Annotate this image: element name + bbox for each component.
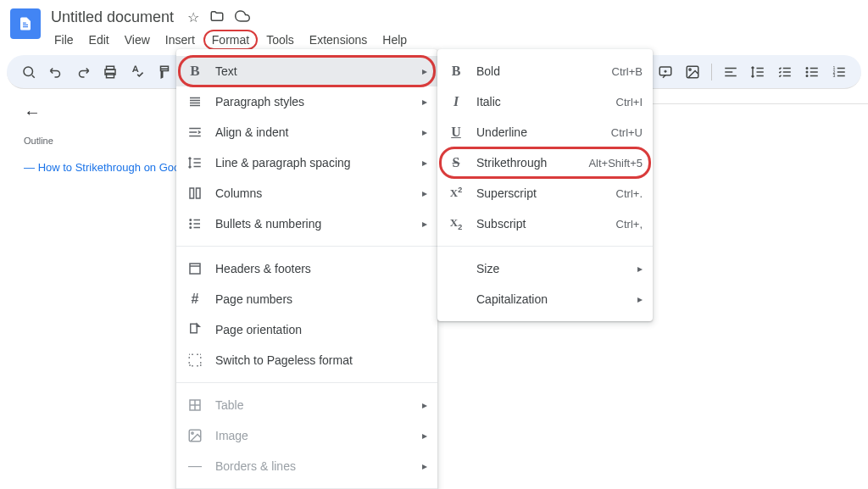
- menu-item-label: Switch to Pageless format: [215, 353, 427, 367]
- text-menu-italic[interactable]: IItalicCtrl+I: [437, 86, 653, 117]
- text-menu-underline[interactable]: UUnderlineCtrl+U: [437, 117, 653, 147]
- bold-icon: B: [186, 63, 203, 80]
- menu-view[interactable]: View: [118, 30, 157, 50]
- submenu-arrow-icon: ▸: [422, 187, 427, 199]
- bullet-list-icon[interactable]: [800, 60, 824, 84]
- format-menu-align-indent[interactable]: Align & indent▸: [176, 117, 437, 147]
- menu-item-label: Line & paragraph spacing: [215, 156, 422, 169]
- format-menu-bullets-numbering[interactable]: Bullets & numbering▸: [176, 208, 437, 239]
- linespacing-icon: [186, 154, 203, 171]
- I-icon: I: [448, 93, 465, 110]
- bullets-icon: [186, 215, 203, 232]
- submenu-arrow-icon: ▸: [422, 218, 427, 230]
- menu-item-label: Columns: [215, 186, 422, 200]
- format-menu-switch-to-pageless-format[interactable]: Switch to Pageless format: [176, 345, 437, 375]
- document-title[interactable]: Untitled document: [47, 7, 177, 28]
- format-menu-headers-footers[interactable]: Headers & footers: [176, 253, 437, 284]
- svg-point-0: [24, 67, 33, 76]
- menu-item-label: Subscript: [476, 217, 616, 231]
- menu-item-label: Borders & lines: [215, 459, 422, 473]
- submenu-arrow-icon: ▸: [422, 157, 427, 169]
- svg-point-16: [190, 223, 192, 225]
- menu-format[interactable]: Format: [203, 30, 258, 50]
- text-menu-superscript[interactable]: X2SuperscriptCtrl+.: [437, 178, 653, 208]
- menu-item-label: Align & indent: [215, 125, 422, 139]
- docs-logo[interactable]: [10, 8, 41, 39]
- menu-item-label: Paragraph styles: [215, 95, 422, 108]
- checklist-icon[interactable]: [773, 60, 797, 84]
- menu-item-label: Size: [476, 262, 637, 275]
- svg-point-17: [190, 227, 192, 229]
- shortcut-label: Ctrl+I: [616, 96, 643, 108]
- U-icon: U: [448, 124, 465, 141]
- S-icon: S: [448, 154, 465, 171]
- format-menu-paragraph-styles[interactable]: Paragraph styles▸: [176, 86, 437, 117]
- text-menu-capitalization[interactable]: Capitalization▸: [437, 284, 653, 314]
- submenu-arrow-icon: ▸: [422, 65, 427, 77]
- redo-icon[interactable]: [71, 60, 95, 84]
- format-menu-page-orientation[interactable]: Page orientation: [176, 314, 437, 345]
- menu-item-label: Underline: [476, 125, 611, 139]
- text-menu-bold[interactable]: BBoldCtrl+B: [437, 56, 653, 86]
- insert-comment-icon[interactable]: [654, 60, 677, 84]
- print-icon[interactable]: [98, 60, 122, 84]
- align-icon[interactable]: [719, 60, 743, 84]
- menu-help[interactable]: Help: [376, 30, 414, 50]
- X₂-icon: X2: [448, 215, 465, 232]
- format-menu-page-numbers[interactable]: #Page numbers: [176, 284, 437, 314]
- columns-icon: [186, 185, 203, 202]
- format-menu-table: Table▸: [176, 390, 437, 420]
- menu-file[interactable]: File: [47, 30, 81, 50]
- menu-extensions[interactable]: Extensions: [303, 30, 374, 50]
- submenu-arrow-icon: ▸: [422, 96, 427, 108]
- B-icon: B: [448, 63, 465, 80]
- menu-item-label: Page orientation: [215, 323, 427, 336]
- text-menu-strikethrough[interactable]: SStrikethroughAlt+Shift+5: [437, 147, 653, 178]
- hash-icon: #: [186, 291, 203, 308]
- orientation-icon: [186, 321, 203, 338]
- cloud-icon[interactable]: [235, 8, 250, 27]
- svg-point-9: [806, 75, 808, 76]
- title-area: Untitled document ☆ FileEditViewInsertFo…: [47, 7, 858, 50]
- shortcut-label: Ctrl+.: [616, 187, 643, 200]
- svg-rect-18: [190, 264, 200, 274]
- menu-edit[interactable]: Edit: [82, 30, 116, 50]
- shortcut-label: Ctrl+B: [612, 65, 643, 78]
- menu-item-label: Image: [215, 429, 422, 442]
- header: Untitled document ☆ FileEditViewInsertFo…: [0, 0, 868, 50]
- move-icon[interactable]: [209, 8, 225, 27]
- submenu-arrow-icon: ▸: [422, 460, 427, 472]
- insert-image-icon[interactable]: [681, 60, 704, 84]
- svg-point-6: [689, 68, 691, 69]
- search-icon[interactable]: [17, 60, 41, 84]
- svg-point-8: [806, 71, 808, 73]
- format-menu-dropdown: BText▸Paragraph styles▸Align & indent▸Li…: [176, 49, 437, 489]
- format-menu-line-paragraph-spacing[interactable]: Line & paragraph spacing▸: [176, 147, 437, 178]
- line-spacing-icon[interactable]: [746, 60, 770, 84]
- menu-tools[interactable]: Tools: [259, 30, 301, 50]
- blank-icon: [448, 291, 465, 308]
- paint-format-icon[interactable]: [153, 60, 176, 84]
- pilcrow-icon: [186, 93, 203, 110]
- menu-item-label: Text: [215, 64, 422, 78]
- text-menu-subscript[interactable]: X2SubscriptCtrl+,: [437, 208, 653, 239]
- svg-rect-13: [190, 188, 194, 198]
- submenu-arrow-icon: ▸: [422, 399, 427, 411]
- spellcheck-icon[interactable]: [125, 60, 149, 84]
- numbered-list-icon[interactable]: 123: [827, 60, 851, 84]
- format-menu-columns[interactable]: Columns▸: [176, 178, 437, 208]
- format-menu-borders-lines: —Borders & lines▸: [176, 451, 437, 481]
- undo-icon[interactable]: [44, 60, 68, 84]
- headers-icon: [186, 260, 203, 277]
- format-menu-text[interactable]: BText▸: [176, 56, 437, 86]
- shortcut-label: Alt+Shift+5: [588, 157, 643, 169]
- menu-item-label: Bold: [476, 64, 612, 78]
- text-menu-size[interactable]: Size▸: [437, 253, 653, 284]
- star-icon[interactable]: ☆: [187, 9, 199, 25]
- image-icon: [186, 427, 203, 444]
- align-icon: [186, 124, 203, 141]
- svg-point-7: [806, 67, 808, 69]
- table-icon: [186, 397, 203, 414]
- pageless-icon: [186, 352, 203, 369]
- menu-insert[interactable]: Insert: [159, 30, 202, 50]
